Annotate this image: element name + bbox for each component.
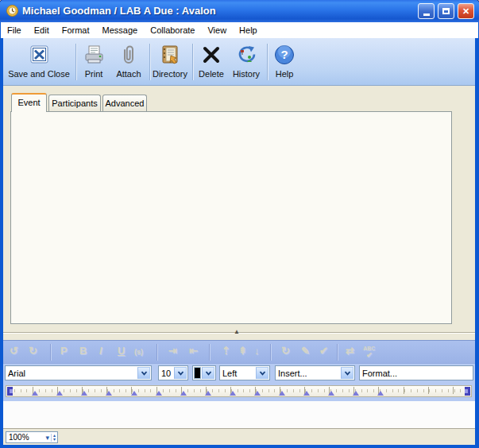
- separator: [156, 344, 158, 361]
- bold-icon: B: [79, 345, 87, 357]
- align-select[interactable]: Left: [219, 365, 270, 380]
- tab-stop-marker[interactable]: [230, 391, 236, 396]
- underline-icon: U: [118, 345, 125, 357]
- toolbar-separator: [75, 44, 77, 80]
- address-book-icon: [159, 41, 181, 68]
- tab-stop-marker[interactable]: [32, 391, 38, 396]
- zoom-value: 100%: [6, 433, 45, 442]
- tab-stop-marker[interactable]: [254, 391, 261, 396]
- pen-icon: ✎: [301, 345, 310, 357]
- menu-view[interactable]: View: [201, 24, 233, 37]
- italic-icon: I: [99, 345, 102, 357]
- separator: [337, 344, 338, 361]
- indent-more-icon: ⇥: [168, 345, 177, 357]
- save-and-close-button[interactable]: Save and Close: [5, 41, 73, 83]
- tab-advanced[interactable]: Advanced: [102, 95, 147, 111]
- tab-stop-marker[interactable]: [106, 391, 112, 396]
- close-button[interactable]: ✕: [458, 3, 474, 19]
- tab-stop-marker[interactable]: [353, 391, 359, 396]
- space-below-icon: ⇞: [238, 345, 247, 357]
- menu-file[interactable]: File: [1, 24, 28, 37]
- format-select[interactable]: Format...: [359, 365, 473, 380]
- text-color-select[interactable]: [192, 365, 216, 380]
- format-icon-bar: ↺ ↻ P B I U (s) ⇥ ⇤ ⇡ ⇞ ↓ ↻ ✎ ✔ ⇄ ABC ✔: [3, 340, 475, 363]
- left-margin-marker[interactable]: [7, 387, 13, 396]
- event-window: Michael Goodman / LAB A Due : Avalon ✕ F…: [0, 0, 479, 448]
- indent-less-icon: ⇤: [189, 345, 198, 357]
- menu-message[interactable]: Message: [96, 24, 145, 37]
- separator: [270, 344, 272, 361]
- splitter-collapse-handle[interactable]: ▲: [234, 328, 240, 335]
- zoom-spinner[interactable]: ▴▾: [51, 434, 57, 442]
- font-family-select[interactable]: Arial: [5, 365, 152, 380]
- find-replace-icon: ⇄: [346, 345, 354, 357]
- minimize-button[interactable]: [418, 3, 435, 19]
- history-icon: [235, 41, 257, 68]
- paragraph-style-icon: P: [60, 345, 68, 357]
- right-margin-marker[interactable]: [465, 387, 470, 396]
- help-icon: ?: [273, 41, 296, 68]
- tab-stop-marker[interactable]: [131, 391, 137, 396]
- undo-icon: ↺: [10, 345, 18, 357]
- menu-collaborate[interactable]: Collaborate: [144, 24, 201, 37]
- tab-stop-marker[interactable]: [377, 391, 384, 396]
- tab-stop-marker[interactable]: [279, 391, 285, 396]
- menu-format[interactable]: Format: [56, 24, 96, 37]
- separator: [209, 344, 211, 361]
- insert-select[interactable]: Insert...: [275, 365, 355, 380]
- titlebar[interactable]: Michael Goodman / LAB A Due : Avalon ✕: [0, 0, 479, 22]
- printer-icon: [83, 41, 105, 68]
- window-app-icon: [6, 4, 19, 17]
- separator: [50, 344, 52, 361]
- help-button[interactable]: ? Help: [268, 41, 300, 83]
- spell-check-icon: ABC: [363, 346, 375, 351]
- tab-stop-marker[interactable]: [180, 391, 187, 396]
- tab-stop-marker[interactable]: [56, 391, 63, 396]
- status-bar: [3, 428, 475, 445]
- tab-stop-marker[interactable]: [81, 391, 87, 396]
- chevron-down-icon[interactable]: [256, 367, 268, 379]
- text-color-swatch: [194, 367, 201, 379]
- rotate-icon: ↻: [281, 345, 290, 357]
- window-title: Michael Goodman / LAB A Due : Avalon: [22, 5, 216, 17]
- space-above-icon: ⇡: [222, 345, 230, 357]
- menu-edit[interactable]: Edit: [28, 24, 56, 37]
- redo-icon: ↻: [29, 345, 37, 357]
- toolbar-separator: [192, 44, 194, 80]
- chevron-down-icon[interactable]: [341, 367, 353, 379]
- attach-button[interactable]: Attach: [111, 41, 146, 83]
- chevron-down-icon[interactable]: [174, 367, 187, 379]
- paperclip-icon: [118, 41, 139, 68]
- chevron-down-icon[interactable]: [202, 367, 214, 379]
- delete-button[interactable]: Delete: [195, 41, 228, 83]
- tab-stop-marker[interactable]: [328, 391, 334, 396]
- menu-bar: File Edit Format Message Collaborate Vie…: [1, 22, 478, 38]
- print-button[interactable]: Print: [78, 41, 110, 83]
- approve-icon: ✔: [319, 345, 328, 357]
- strikethrough-icon: (s): [134, 348, 143, 356]
- ruler-ticks-major: [8, 387, 469, 394]
- menu-help[interactable]: Help: [233, 24, 264, 37]
- tab-stop-marker[interactable]: [156, 391, 162, 396]
- maximize-button[interactable]: [438, 3, 454, 19]
- save-and-close-icon: [28, 41, 50, 68]
- message-body-area[interactable]: [3, 401, 475, 428]
- tab-participants[interactable]: Participants: [48, 95, 101, 111]
- zoom-control[interactable]: 100% ▾ ▴▾: [6, 431, 58, 443]
- chevron-down-icon[interactable]: [137, 367, 150, 379]
- tab-stop-marker[interactable]: [303, 391, 310, 396]
- tab-event[interactable]: Event: [11, 93, 47, 112]
- font-size-select[interactable]: 10: [158, 365, 188, 380]
- history-button[interactable]: History: [228, 41, 265, 83]
- event-tab-panel: [10, 111, 452, 324]
- move-down-icon: ↓: [254, 345, 260, 357]
- spell-check-mark-icon: ✔: [366, 351, 373, 359]
- svg-text:?: ?: [280, 48, 288, 61]
- delete-x-icon: [202, 41, 221, 68]
- spin-down-icon[interactable]: ▾: [53, 438, 56, 442]
- tab-stop-marker[interactable]: [205, 391, 211, 396]
- directory-button[interactable]: Directory: [149, 41, 191, 83]
